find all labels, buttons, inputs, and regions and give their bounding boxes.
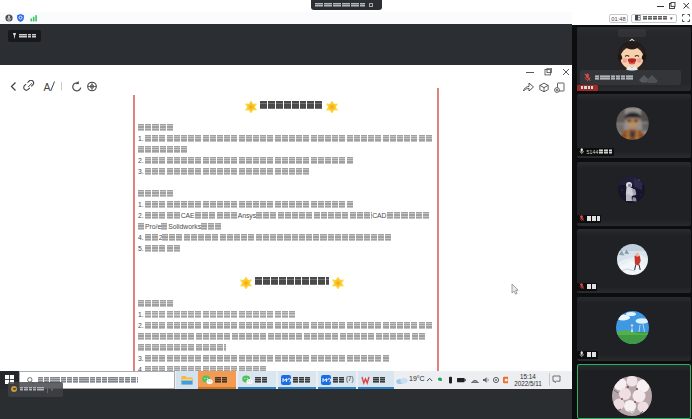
svg-text:A: A: [44, 81, 51, 93]
